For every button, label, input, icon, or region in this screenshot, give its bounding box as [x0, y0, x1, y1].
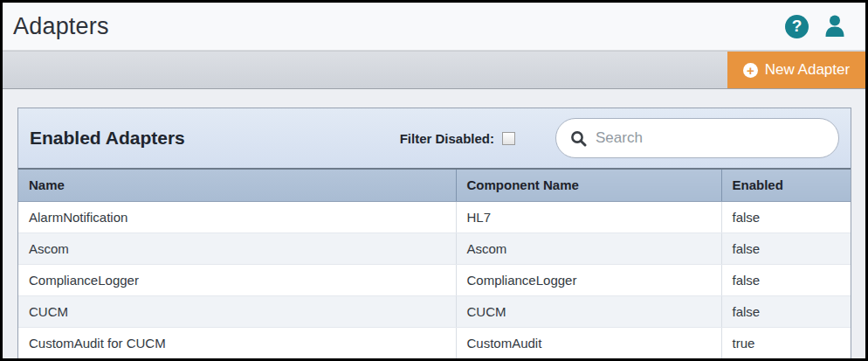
page-header: Adapters ?: [3, 3, 865, 51]
table-row[interactable]: AscomAscomfalse: [18, 233, 851, 264]
cell-name: ComplianceLogger: [18, 264, 456, 295]
new-adapter-button[interactable]: + New Adapter: [727, 52, 865, 88]
plus-icon: +: [743, 63, 758, 78]
table-header: Name Component Name Enabled: [18, 170, 851, 201]
table-row[interactable]: CUCMCUCMfalse: [18, 295, 851, 327]
cell-component-name: CUCM: [456, 295, 721, 327]
table-row[interactable]: CustomAudit for CUCMCustomAudittrue: [18, 327, 851, 358]
cell-enabled: false: [721, 264, 851, 295]
cell-component-name: ComplianceLogger: [456, 264, 721, 295]
table-row[interactable]: AlarmNotificationHL7false: [18, 201, 851, 233]
filter-group: Filter Disabled:: [400, 131, 515, 146]
page-title: Adapters: [13, 13, 109, 40]
panel-title: Enabled Adapters: [30, 128, 185, 149]
cell-name: Ascom: [18, 233, 456, 264]
adapters-page: Adapters ? + New Adapter Enabled Adapter…: [0, 0, 868, 361]
column-header-name[interactable]: Name: [18, 170, 456, 201]
help-icon[interactable]: ?: [785, 15, 809, 38]
cell-name: CustomAudit for CUCM: [18, 327, 456, 358]
cell-name: AlarmNotification: [18, 201, 456, 233]
user-icon[interactable]: [822, 13, 848, 39]
column-header-component-name[interactable]: Component Name: [456, 170, 721, 201]
cell-component-name: Ascom: [456, 233, 721, 264]
search-input[interactable]: [596, 129, 824, 147]
adapters-table: Name Component Name Enabled AlarmNotific…: [18, 170, 851, 359]
cell-component-name: CustomAudit: [456, 327, 721, 358]
enabled-adapters-panel: Enabled Adapters Filter Disabled: Name C…: [17, 108, 851, 359]
table-row[interactable]: ComplianceLoggerComplianceLoggerfalse: [18, 264, 851, 295]
cell-enabled: false: [721, 233, 851, 264]
panel-header: Enabled Adapters Filter Disabled:: [18, 108, 851, 170]
search-icon: [570, 130, 587, 147]
cell-enabled: true: [721, 327, 851, 358]
cell-enabled: false: [721, 295, 851, 327]
cell-name: CUCM: [18, 295, 456, 327]
cell-component-name: HL7: [456, 201, 721, 233]
column-header-enabled[interactable]: Enabled: [721, 170, 851, 201]
toolbar: + New Adapter: [3, 51, 865, 89]
filter-disabled-label: Filter Disabled:: [400, 131, 494, 146]
filter-disabled-checkbox[interactable]: [502, 132, 515, 145]
new-adapter-label: New Adapter: [765, 61, 850, 79]
search-box: [555, 118, 839, 158]
adapters-table-body: AlarmNotificationHL7falseAscomAscomfalse…: [18, 201, 851, 358]
header-icons: ?: [785, 13, 848, 39]
cell-enabled: false: [721, 201, 851, 233]
